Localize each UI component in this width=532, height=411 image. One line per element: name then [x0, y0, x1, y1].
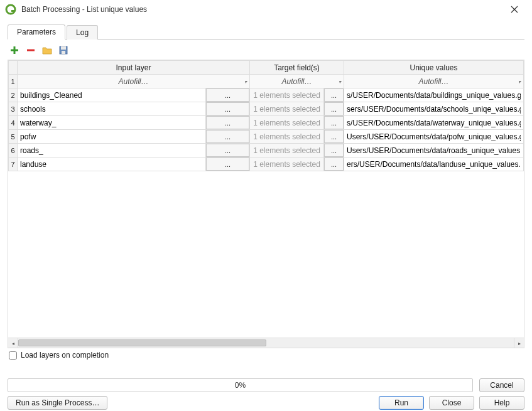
target-fields-display[interactable]	[250, 130, 323, 143]
table-row: 5 ... ...	[9, 130, 524, 144]
window-title: Batch Processing - List unique values	[21, 5, 502, 14]
cancel-button[interactable]: Cancel	[479, 378, 524, 392]
input-layer-field[interactable]	[18, 157, 205, 171]
output-path-field[interactable]	[344, 130, 523, 143]
chevron-down-icon: ▾	[339, 78, 341, 84]
open-button[interactable]	[41, 45, 53, 56]
save-button[interactable]	[58, 45, 69, 56]
target-fields-display[interactable]	[250, 102, 323, 115]
floppy-icon	[59, 46, 68, 55]
add-row-button[interactable]	[9, 45, 20, 56]
table-row: 2 ... ...	[9, 88, 524, 102]
row-number[interactable]: 4	[9, 116, 18, 130]
minus-icon	[26, 46, 35, 55]
target-fields-display[interactable]	[250, 116, 323, 129]
target-fields-display[interactable]	[250, 88, 323, 102]
remove-row-button[interactable]	[25, 45, 36, 56]
corner-cell	[9, 61, 18, 75]
table-row: 4 ... ...	[9, 116, 524, 130]
layer-browse-button[interactable]: ...	[206, 157, 249, 171]
target-fields-button[interactable]: ...	[324, 116, 344, 129]
col-header-unique-values[interactable]: Unique values	[344, 61, 524, 75]
target-fields-button[interactable]: ...	[324, 130, 344, 143]
output-path-field[interactable]	[344, 102, 523, 115]
svg-point-0	[6, 5, 15, 14]
scroll-thumb[interactable]	[18, 339, 266, 346]
close-window-button[interactable]	[502, 0, 527, 19]
row-number[interactable]: 5	[9, 130, 18, 144]
tab-parameters[interactable]: Parameters	[8, 24, 65, 40]
scroll-left-arrow-icon[interactable]: ◂	[8, 338, 18, 348]
help-button[interactable]: Help	[479, 396, 524, 410]
target-fields-button[interactable]: ...	[324, 88, 344, 102]
row-number[interactable]: 6	[9, 144, 18, 157]
svg-rect-9	[62, 51, 65, 54]
svg-rect-5	[11, 50, 18, 51]
input-layer-field[interactable]	[18, 130, 205, 143]
svg-rect-1	[11, 10, 15, 12]
layer-browse-button[interactable]: ...	[206, 88, 249, 102]
target-fields-display[interactable]	[250, 157, 323, 171]
progress-bar: 0%	[8, 378, 473, 392]
chevron-down-icon: ▾	[518, 78, 521, 84]
close-icon	[511, 6, 518, 13]
folder-icon	[42, 46, 52, 55]
output-path-field[interactable]	[344, 116, 523, 129]
tab-log[interactable]: Log	[67, 25, 98, 40]
progress-text: 0%	[235, 381, 246, 390]
autofill-target-fields[interactable]: Autofill… ▾	[250, 75, 344, 88]
svg-rect-8	[61, 46, 66, 50]
run-single-process-button[interactable]: Run as Single Process…	[8, 396, 107, 410]
row-number[interactable]: 3	[9, 102, 18, 116]
row-number[interactable]: 7	[9, 157, 18, 171]
target-fields-button[interactable]: ...	[324, 102, 344, 115]
plus-icon	[10, 46, 19, 55]
chevron-down-icon: ▾	[244, 78, 247, 84]
layer-browse-button[interactable]: ...	[206, 144, 249, 157]
autofill-input-layer[interactable]: Autofill… ▾	[18, 75, 250, 88]
batch-table: Input layer Target field(s) Unique value…	[8, 60, 524, 171]
col-header-target-fields[interactable]: Target field(s)	[250, 61, 344, 75]
target-fields-display[interactable]	[250, 144, 323, 157]
close-button[interactable]: Close	[429, 396, 474, 410]
toolbar	[9, 43, 523, 57]
qgis-logo-icon	[5, 4, 16, 15]
table-row: 6 ... ...	[9, 144, 524, 157]
table-row: 3 ... ...	[9, 102, 524, 116]
output-path-field[interactable]	[344, 157, 523, 171]
input-layer-field[interactable]	[18, 88, 205, 102]
target-fields-button[interactable]: ...	[324, 157, 344, 171]
horizontal-scrollbar[interactable]: ◂ ▸	[8, 338, 524, 348]
load-layers-label: Load layers on completion	[21, 351, 109, 360]
output-path-field[interactable]	[344, 144, 523, 157]
output-path-field[interactable]	[344, 88, 523, 102]
layer-browse-button[interactable]: ...	[206, 130, 249, 143]
input-layer-field[interactable]	[18, 102, 205, 115]
autofill-unique-values[interactable]: Autofill… ▾	[344, 75, 524, 88]
load-layers-checkbox[interactable]	[9, 351, 17, 360]
tab-bar: Parameters Log	[8, 24, 524, 40]
layer-browse-button[interactable]: ...	[206, 102, 249, 115]
row-number[interactable]: 2	[9, 88, 18, 102]
input-layer-field[interactable]	[18, 144, 205, 157]
col-header-input-layer[interactable]: Input layer	[18, 61, 250, 75]
svg-rect-6	[27, 50, 35, 51]
row-number[interactable]: 1	[9, 75, 18, 88]
target-fields-button[interactable]: ...	[324, 144, 344, 157]
table-row: 7 ... ...	[9, 157, 524, 171]
layer-browse-button[interactable]: ...	[206, 116, 249, 129]
scroll-right-arrow-icon[interactable]: ▸	[514, 338, 524, 348]
input-layer-field[interactable]	[18, 116, 205, 129]
run-button[interactable]: Run	[379, 396, 424, 410]
